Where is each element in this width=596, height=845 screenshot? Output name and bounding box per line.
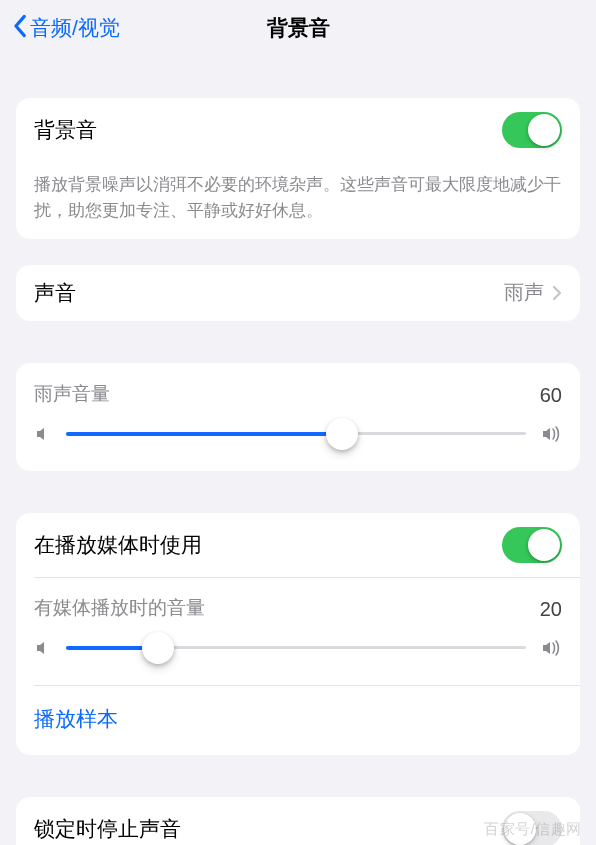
volume-slider[interactable] xyxy=(66,419,526,449)
sound-value: 雨声 xyxy=(504,279,544,306)
sound-label: 声音 xyxy=(34,279,76,307)
group-lock: 锁定时停止声音 xyxy=(16,797,580,845)
row-media-vol-header: 有媒体播放时的音量 20 xyxy=(16,577,580,627)
media-vol-value: 20 xyxy=(540,598,562,621)
volume-value: 60 xyxy=(540,384,562,407)
row-volume-slider xyxy=(16,413,580,471)
group-sound: 声音 雨声 xyxy=(16,265,580,321)
group-media: 在播放媒体时使用 有媒体播放时的音量 20 播放样本 xyxy=(16,513,580,755)
chevron-left-icon xyxy=(12,14,30,43)
bg-sounds-switch[interactable] xyxy=(502,112,562,148)
row-media-slider xyxy=(16,627,580,685)
media-use-label: 在播放媒体时使用 xyxy=(34,531,202,559)
nav-bar: 音频/视觉 背景音 xyxy=(0,0,596,56)
volume-label: 雨声音量 xyxy=(34,381,110,407)
speaker-low-icon xyxy=(34,425,52,443)
speaker-low-icon xyxy=(34,639,52,657)
speaker-high-icon xyxy=(540,639,562,657)
back-label: 音频/视觉 xyxy=(30,14,120,42)
media-use-switch[interactable] xyxy=(502,527,562,563)
speaker-high-icon xyxy=(540,425,562,443)
row-volume-header: 雨声音量 60 xyxy=(16,363,580,413)
bg-sounds-desc: 播放背景噪声以消弭不必要的环境杂声。这些声音可最大限度地减少干扰，助您更加专注、… xyxy=(16,162,580,239)
media-volume-slider[interactable] xyxy=(66,633,526,663)
row-background-sounds[interactable]: 背景音 xyxy=(16,98,580,162)
row-sound[interactable]: 声音 雨声 xyxy=(16,265,580,321)
back-button[interactable]: 音频/视觉 xyxy=(12,14,120,43)
lock-label: 锁定时停止声音 xyxy=(34,815,181,843)
row-lock-stop[interactable]: 锁定时停止声音 xyxy=(16,797,580,845)
play-sample-button[interactable]: 播放样本 xyxy=(16,685,580,755)
group-background-sounds: 背景音 播放背景噪声以消弭不必要的环境杂声。这些声音可最大限度地减少干扰，助您更… xyxy=(16,98,580,239)
chevron-right-icon xyxy=(552,285,562,301)
bg-sounds-label: 背景音 xyxy=(34,116,97,144)
row-media-use[interactable]: 在播放媒体时使用 xyxy=(16,513,580,577)
play-sample-label: 播放样本 xyxy=(34,707,118,730)
group-volume: 雨声音量 60 xyxy=(16,363,580,471)
media-vol-label: 有媒体播放时的音量 xyxy=(34,595,205,621)
lock-switch[interactable] xyxy=(502,811,562,845)
